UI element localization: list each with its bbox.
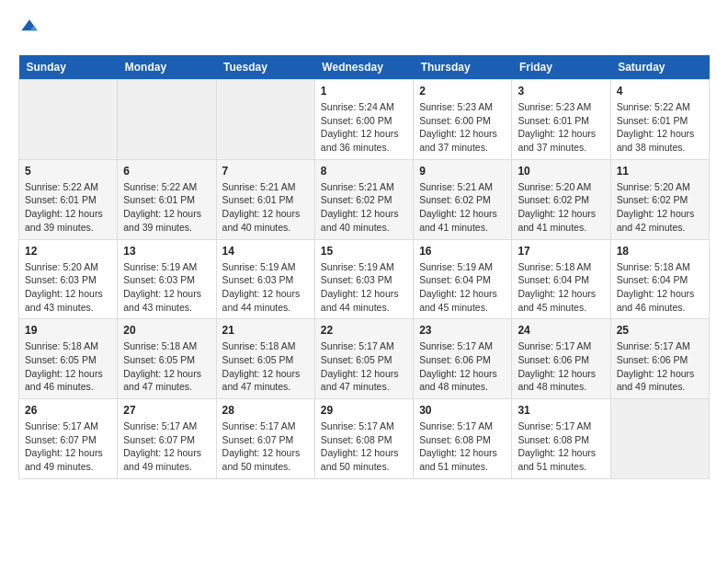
calendar-cell: 19Sunrise: 5:18 AMSunset: 6:05 PMDayligh… (19, 319, 118, 399)
day-number: 26 (25, 404, 111, 417)
day-info: Sunrise: 5:17 AMSunset: 6:08 PMDaylight:… (518, 419, 604, 474)
day-info: Sunrise: 5:19 AMSunset: 6:03 PMDaylight:… (321, 260, 407, 315)
weekday-header-friday: Friday (512, 55, 610, 80)
logo (18, 18, 39, 40)
calendar-cell (19, 80, 118, 160)
calendar-cell: 22Sunrise: 5:17 AMSunset: 6:05 PMDayligh… (314, 319, 413, 399)
weekday-header-wednesday: Wednesday (314, 55, 413, 80)
calendar-cell: 20Sunrise: 5:18 AMSunset: 6:05 PMDayligh… (118, 319, 216, 399)
calendar-cell: 8Sunrise: 5:21 AMSunset: 6:02 PMDaylight… (314, 159, 413, 239)
calendar-cell: 13Sunrise: 5:19 AMSunset: 6:03 PMDayligh… (118, 239, 216, 319)
calendar-cell: 25Sunrise: 5:17 AMSunset: 6:06 PMDayligh… (610, 319, 709, 399)
calendar-cell: 18Sunrise: 5:18 AMSunset: 6:04 PMDayligh… (610, 239, 709, 319)
calendar-cell (610, 399, 709, 479)
day-number: 22 (321, 324, 407, 337)
calendar-cell (118, 80, 216, 160)
day-number: 15 (321, 245, 407, 258)
day-number: 30 (419, 404, 506, 417)
calendar-week-5: 26Sunrise: 5:17 AMSunset: 6:07 PMDayligh… (19, 399, 710, 479)
weekday-header-tuesday: Tuesday (216, 55, 314, 80)
day-info: Sunrise: 5:17 AMSunset: 6:08 PMDaylight:… (419, 419, 506, 474)
day-info: Sunrise: 5:23 AMSunset: 6:00 PMDaylight:… (419, 100, 506, 155)
day-number: 31 (518, 404, 604, 417)
logo-icon (20, 18, 39, 37)
calendar-cell: 3Sunrise: 5:23 AMSunset: 6:01 PMDaylight… (512, 80, 610, 160)
page-header (18, 18, 710, 40)
weekday-header-saturday: Saturday (610, 55, 709, 80)
day-number: 14 (222, 245, 309, 258)
day-info: Sunrise: 5:17 AMSunset: 6:07 PMDaylight:… (222, 419, 309, 474)
day-info: Sunrise: 5:22 AMSunset: 6:01 PMDaylight:… (617, 100, 703, 155)
day-number: 12 (25, 245, 111, 258)
calendar-week-1: 1Sunrise: 5:24 AMSunset: 6:00 PMDaylight… (19, 80, 710, 160)
day-info: Sunrise: 5:20 AMSunset: 6:03 PMDaylight:… (25, 260, 111, 315)
day-number: 8 (321, 165, 407, 178)
calendar-cell: 23Sunrise: 5:17 AMSunset: 6:06 PMDayligh… (414, 319, 512, 399)
day-number: 18 (617, 245, 703, 258)
day-number: 27 (123, 404, 210, 417)
day-info: Sunrise: 5:17 AMSunset: 6:07 PMDaylight:… (25, 419, 111, 474)
day-number: 29 (321, 404, 407, 417)
day-info: Sunrise: 5:18 AMSunset: 6:05 PMDaylight:… (222, 339, 309, 394)
calendar-cell: 28Sunrise: 5:17 AMSunset: 6:07 PMDayligh… (216, 399, 314, 479)
day-info: Sunrise: 5:17 AMSunset: 6:05 PMDaylight:… (321, 339, 407, 394)
calendar-week-3: 12Sunrise: 5:20 AMSunset: 6:03 PMDayligh… (19, 239, 710, 319)
day-number: 25 (617, 324, 703, 337)
day-info: Sunrise: 5:18 AMSunset: 6:04 PMDaylight:… (617, 260, 703, 315)
calendar-cell: 26Sunrise: 5:17 AMSunset: 6:07 PMDayligh… (19, 399, 118, 479)
day-info: Sunrise: 5:20 AMSunset: 6:02 PMDaylight:… (617, 180, 703, 235)
day-number: 16 (419, 245, 506, 258)
day-info: Sunrise: 5:21 AMSunset: 6:01 PMDaylight:… (222, 180, 309, 235)
day-info: Sunrise: 5:20 AMSunset: 6:02 PMDaylight:… (518, 180, 604, 235)
calendar-table: SundayMondayTuesdayWednesdayThursdayFrid… (18, 55, 710, 479)
day-info: Sunrise: 5:22 AMSunset: 6:01 PMDaylight:… (123, 180, 210, 235)
calendar-cell: 30Sunrise: 5:17 AMSunset: 6:08 PMDayligh… (414, 399, 512, 479)
day-number: 28 (222, 404, 309, 417)
calendar-cell: 21Sunrise: 5:18 AMSunset: 6:05 PMDayligh… (216, 319, 314, 399)
calendar-cell: 4Sunrise: 5:22 AMSunset: 6:01 PMDaylight… (610, 80, 709, 160)
day-info: Sunrise: 5:17 AMSunset: 6:06 PMDaylight:… (419, 339, 506, 394)
day-number: 24 (518, 324, 604, 337)
day-number: 11 (617, 165, 703, 178)
calendar-cell: 9Sunrise: 5:21 AMSunset: 6:02 PMDaylight… (414, 159, 512, 239)
day-number: 20 (123, 324, 210, 337)
day-number: 1 (321, 85, 407, 98)
day-info: Sunrise: 5:24 AMSunset: 6:00 PMDaylight:… (321, 100, 407, 155)
calendar-cell: 7Sunrise: 5:21 AMSunset: 6:01 PMDaylight… (216, 159, 314, 239)
day-info: Sunrise: 5:21 AMSunset: 6:02 PMDaylight:… (419, 180, 506, 235)
day-number: 9 (419, 165, 506, 178)
day-info: Sunrise: 5:18 AMSunset: 6:04 PMDaylight:… (518, 260, 604, 315)
day-number: 7 (222, 165, 309, 178)
weekday-header-monday: Monday (118, 55, 216, 80)
day-number: 19 (25, 324, 111, 337)
day-number: 17 (518, 245, 604, 258)
day-info: Sunrise: 5:17 AMSunset: 6:08 PMDaylight:… (321, 419, 407, 474)
calendar-cell: 11Sunrise: 5:20 AMSunset: 6:02 PMDayligh… (610, 159, 709, 239)
day-info: Sunrise: 5:19 AMSunset: 6:04 PMDaylight:… (419, 260, 506, 315)
calendar-cell: 5Sunrise: 5:22 AMSunset: 6:01 PMDaylight… (19, 159, 118, 239)
calendar-cell: 14Sunrise: 5:19 AMSunset: 6:03 PMDayligh… (216, 239, 314, 319)
day-number: 3 (518, 85, 604, 98)
day-info: Sunrise: 5:17 AMSunset: 6:06 PMDaylight:… (518, 339, 604, 394)
day-info: Sunrise: 5:19 AMSunset: 6:03 PMDaylight:… (222, 260, 309, 315)
calendar-week-2: 5Sunrise: 5:22 AMSunset: 6:01 PMDaylight… (19, 159, 710, 239)
calendar-cell: 17Sunrise: 5:18 AMSunset: 6:04 PMDayligh… (512, 239, 610, 319)
day-number: 21 (222, 324, 309, 337)
day-info: Sunrise: 5:22 AMSunset: 6:01 PMDaylight:… (25, 180, 111, 235)
day-info: Sunrise: 5:19 AMSunset: 6:03 PMDaylight:… (123, 260, 210, 315)
calendar-cell: 15Sunrise: 5:19 AMSunset: 6:03 PMDayligh… (314, 239, 413, 319)
calendar-week-4: 19Sunrise: 5:18 AMSunset: 6:05 PMDayligh… (19, 319, 710, 399)
calendar-cell: 29Sunrise: 5:17 AMSunset: 6:08 PMDayligh… (314, 399, 413, 479)
day-info: Sunrise: 5:18 AMSunset: 6:05 PMDaylight:… (25, 339, 111, 394)
weekday-header-sunday: Sunday (19, 55, 118, 80)
calendar-cell: 31Sunrise: 5:17 AMSunset: 6:08 PMDayligh… (512, 399, 610, 479)
day-info: Sunrise: 5:17 AMSunset: 6:07 PMDaylight:… (123, 419, 210, 474)
calendar-cell: 27Sunrise: 5:17 AMSunset: 6:07 PMDayligh… (118, 399, 216, 479)
day-number: 2 (419, 85, 506, 98)
calendar-cell: 10Sunrise: 5:20 AMSunset: 6:02 PMDayligh… (512, 159, 610, 239)
day-number: 4 (617, 85, 703, 98)
calendar-cell: 2Sunrise: 5:23 AMSunset: 6:00 PMDaylight… (414, 80, 512, 160)
calendar-cell (216, 80, 314, 160)
day-info: Sunrise: 5:17 AMSunset: 6:06 PMDaylight:… (617, 339, 703, 394)
weekday-header-row: SundayMondayTuesdayWednesdayThursdayFrid… (19, 55, 710, 80)
